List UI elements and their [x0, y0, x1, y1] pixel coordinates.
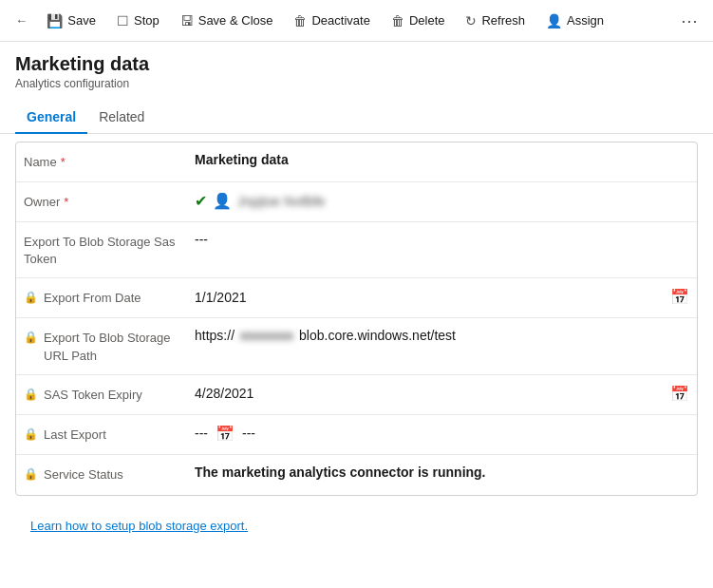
delete-icon: 🗑: [391, 13, 404, 28]
field-value-export-date: 1/1/2021 📅: [195, 288, 689, 306]
owner-name[interactable]: Jnpjtoe Nvtlbfe: [237, 194, 326, 209]
field-row-export-blob: Export To Blob Storage Sas Token ---: [16, 222, 697, 278]
refresh-icon: ↻: [465, 13, 477, 28]
save-close-button[interactable]: 🖫 Save & Close: [171, 9, 283, 33]
assign-button[interactable]: 👤 Assign: [536, 9, 613, 33]
lock-icon-export-date: 🔒: [24, 290, 38, 306]
tab-general[interactable]: General: [15, 102, 87, 134]
footer-area: Learn how to setup blob storage export.: [0, 503, 713, 541]
more-icon: ⋯: [681, 10, 698, 31]
stop-label: Stop: [134, 13, 159, 28]
tab-related[interactable]: Related: [87, 102, 156, 134]
field-row-export-url: 🔒 Export To Blob Storage URL Path https:…: [16, 318, 697, 374]
field-value-owner: ✔ 👤 Jnpjtoe Nvtlbfe: [195, 192, 689, 210]
refresh-button[interactable]: ↻ Refresh: [456, 9, 535, 33]
form-card: Name * Marketing data Owner * ✔ 👤 Jnpjto…: [15, 142, 698, 496]
back-icon: ←: [15, 13, 28, 28]
url-suffix: blob.core.windows.net/test: [299, 328, 456, 343]
page-header: Marketing data Analytics configuration: [0, 42, 713, 94]
owner-person-icon: 👤: [213, 192, 232, 210]
field-value-name: Marketing data: [195, 152, 689, 167]
deactivate-icon: 🗑: [293, 13, 307, 28]
calendar-icon-sas-token[interactable]: 📅: [670, 385, 689, 403]
field-row-last-export: 🔒 Last Export --- 📅 ---: [16, 415, 697, 455]
deactivate-label: Deactivate: [311, 13, 369, 28]
calendar-icon-last-export[interactable]: 📅: [216, 425, 235, 443]
setup-link[interactable]: Learn how to setup blob storage export.: [23, 507, 690, 537]
url-prefix: https://: [195, 328, 235, 343]
delete-label: Delete: [409, 13, 445, 28]
last-export-row: --- 📅 ---: [195, 425, 689, 443]
stop-icon: ☐: [117, 13, 129, 28]
owner-check-icon: ✔: [195, 192, 207, 210]
field-label-last-export: 🔒 Last Export: [24, 425, 195, 444]
lock-icon-last-export: 🔒: [24, 427, 38, 443]
field-value-service-status: The marketing analytics connector is run…: [195, 465, 689, 480]
field-value-last-export: --- 📅 ---: [195, 425, 689, 443]
more-options-button[interactable]: ⋯: [673, 6, 705, 36]
field-label-export-date: 🔒 Export From Date: [24, 288, 195, 307]
save-close-label: Save & Close: [198, 13, 273, 28]
name-required-indicator: *: [61, 154, 66, 171]
field-value-export-url: https://xxxxxxxxblob.core.windows.net/te…: [195, 328, 689, 343]
last-export-value1: ---: [195, 426, 208, 441]
field-row-name: Name * Marketing data: [16, 142, 697, 182]
refresh-label: Refresh: [481, 13, 525, 28]
save-icon: 💾: [47, 13, 63, 28]
lock-icon-service-status: 🔒: [24, 466, 38, 483]
stop-button[interactable]: ☐ Stop: [107, 9, 169, 33]
page-subtitle: Analytics configuration: [15, 77, 698, 90]
field-row-export-date: 🔒 Export From Date 1/1/2021 📅: [16, 278, 697, 318]
lock-icon-sas-token: 🔒: [24, 387, 38, 403]
field-value-sas-token: 4/28/2021 📅: [195, 385, 689, 403]
owner-required-indicator: *: [64, 194, 68, 211]
assign-label: Assign: [567, 13, 604, 28]
field-label-export-url: 🔒 Export To Blob Storage URL Path: [24, 328, 195, 364]
field-label-service-status: 🔒 Service Status: [24, 465, 195, 484]
delete-button[interactable]: 🗑 Delete: [382, 9, 455, 33]
field-value-export-blob: ---: [195, 232, 689, 247]
calendar-icon-export-date[interactable]: 📅: [670, 288, 689, 306]
tabs: General Related: [0, 102, 713, 134]
field-row-owner: Owner * ✔ 👤 Jnpjtoe Nvtlbfe: [16, 182, 697, 222]
field-row-sas-token: 🔒 SAS Token Expiry 4/28/2021 📅: [16, 375, 697, 415]
save-button[interactable]: 💾 Save: [37, 9, 105, 33]
field-label-export-blob: Export To Blob Storage Sas Token: [24, 232, 195, 268]
form-wrapper: Name * Marketing data Owner * ✔ 👤 Jnpjto…: [16, 142, 697, 495]
save-label: Save: [67, 13, 96, 28]
field-row-service-status: 🔒 Service Status The marketing analytics…: [16, 455, 697, 495]
last-export-value2: ---: [242, 426, 255, 441]
field-label-name: Name *: [24, 152, 195, 171]
field-label-owner: Owner *: [24, 192, 195, 211]
save-close-icon: 🖫: [180, 13, 194, 28]
deactivate-button[interactable]: 🗑 Deactivate: [284, 9, 379, 33]
back-button[interactable]: ←: [8, 9, 35, 32]
lock-icon-export-url: 🔒: [24, 330, 38, 346]
url-blurred-part: xxxxxxxx: [240, 328, 293, 343]
assign-icon: 👤: [546, 13, 562, 28]
toolbar: ← 💾 Save ☐ Stop 🖫 Save & Close 🗑 Deactiv…: [0, 0, 713, 42]
page-title: Marketing data: [15, 53, 698, 75]
field-label-sas-token: 🔒 SAS Token Expiry: [24, 385, 195, 404]
